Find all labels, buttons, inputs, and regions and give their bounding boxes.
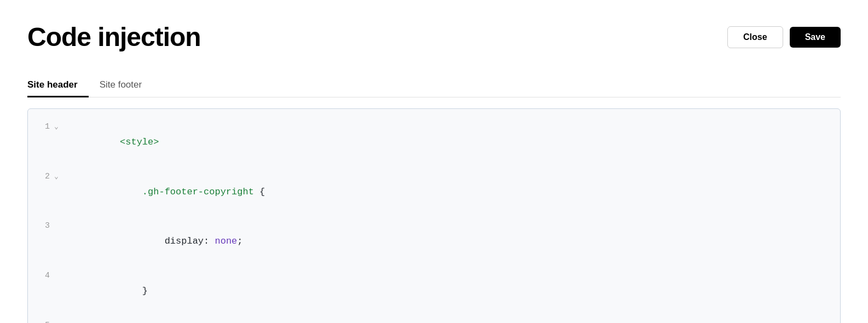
line-arrow-2: ⌄ [54, 171, 64, 183]
indent-2 [120, 187, 142, 197]
token-brace-close: } [142, 286, 148, 296]
token-property: display: [165, 236, 215, 246]
code-line-2: 2 ⌄ .gh-footer-copyright { [28, 168, 840, 217]
line-content-1: <style> [64, 119, 840, 166]
line-content-5: </style> [64, 318, 840, 323]
token-value: none [215, 236, 237, 246]
indent-4 [120, 286, 142, 296]
token-semicolon: ; [237, 236, 242, 246]
line-content-3: display: none; [64, 218, 840, 266]
line-content-2: .gh-footer-copyright { [64, 169, 840, 216]
tab-site-footer[interactable]: Site footer [89, 74, 153, 97]
header-row: Code injection Close Save [27, 22, 841, 52]
token-brace-open: { [254, 187, 265, 197]
line-number-1: 1 [28, 120, 54, 134]
line-number-4: 4 [28, 269, 54, 283]
line-number-2: 2 [28, 170, 54, 184]
line-number-5: 5 [28, 319, 54, 323]
save-button[interactable]: Save [790, 27, 841, 48]
page-container: Code injection Close Save Site header Si… [0, 0, 868, 323]
token-tag: <style> [120, 137, 159, 147]
tab-site-header[interactable]: Site header [27, 74, 89, 97]
line-number-3: 3 [28, 219, 54, 233]
line-content-4: } [64, 268, 840, 315]
close-button[interactable]: Close [727, 26, 783, 48]
code-line-3: 3 display: none; [28, 217, 840, 267]
page-title: Code injection [27, 22, 201, 52]
line-arrow-1: ⌄ [54, 121, 64, 133]
header-actions: Close Save [727, 26, 841, 48]
code-line-4: 4 } [28, 267, 840, 316]
indent-3 [120, 236, 165, 246]
code-editor: 1 ⌄ <style> 2 ⌄ .gh-footer-copyright { 3 [28, 109, 840, 323]
code-line-1: 1 ⌄ <style> [28, 118, 840, 168]
token-class: .gh-footer-copyright [142, 187, 254, 197]
code-line-5: 5 </style> [28, 316, 840, 323]
code-editor-container[interactable]: 1 ⌄ <style> 2 ⌄ .gh-footer-copyright { 3 [27, 108, 841, 323]
tabs-row: Site header Site footer [27, 74, 841, 97]
